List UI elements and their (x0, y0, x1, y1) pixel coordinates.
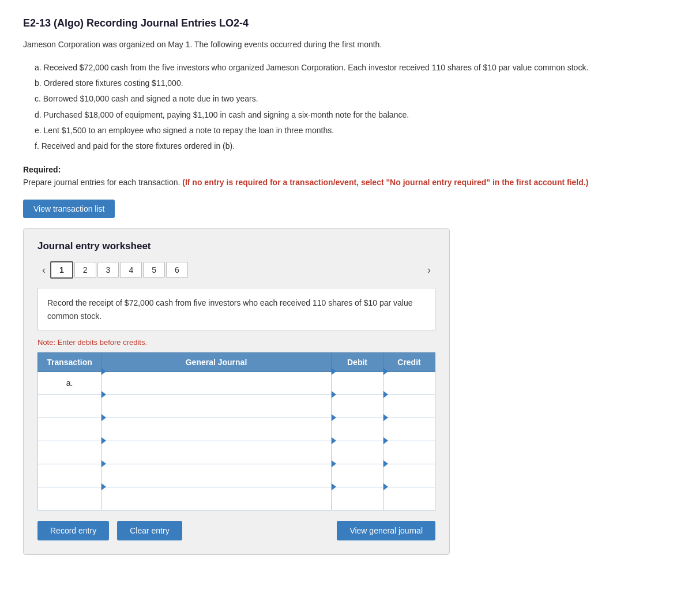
credit-indicator-4 (383, 437, 388, 444)
worksheet-container: Journal entry worksheet ‹ 1 2 3 4 5 6 › … (23, 228, 450, 555)
debit-indicator-6 (332, 483, 336, 490)
event-f: f. Received and paid for the store fixtu… (35, 139, 669, 153)
tab-2[interactable]: 2 (74, 262, 96, 278)
journal-input-1[interactable] (101, 377, 331, 399)
credit-input-2[interactable] (383, 400, 435, 422)
description-box: Record the receipt of $72,000 cash from … (37, 288, 435, 331)
intro-text: Jameson Corporation was organized on May… (23, 40, 669, 49)
event-c: c. Borrowed $10,000 cash and signed a no… (35, 92, 669, 106)
debit-indicator-3 (332, 414, 336, 421)
debit-input-1[interactable] (332, 377, 383, 399)
journal-input-3[interactable] (101, 423, 331, 445)
tab-navigation: ‹ 1 2 3 4 5 6 › (37, 261, 435, 279)
credit-indicator-3 (383, 414, 388, 421)
row-indicator-2 (101, 391, 106, 398)
debit-input-cell-1[interactable] (332, 371, 383, 395)
credit-input-1[interactable] (383, 377, 435, 399)
debit-input-6[interactable] (332, 492, 383, 514)
credit-input-cell-1[interactable] (383, 371, 435, 395)
transaction-label-6 (38, 487, 101, 510)
row-indicator-1 (101, 368, 106, 375)
debit-indicator-5 (332, 460, 336, 467)
tab-5[interactable]: 5 (143, 262, 165, 278)
credit-input-3[interactable] (383, 423, 435, 445)
view-transaction-button[interactable]: View transaction list (23, 200, 115, 218)
row-indicator-4 (101, 437, 106, 444)
credit-indicator-6 (383, 483, 388, 490)
required-instruction: Prepare journal entries for each transac… (23, 178, 669, 187)
col-header-transaction: Transaction (38, 352, 101, 371)
debit-indicator-4 (332, 437, 336, 444)
record-entry-button[interactable]: Record entry (37, 521, 109, 540)
event-b: b. Ordered store fixtures costing $11,00… (35, 76, 669, 91)
journal-input-cell-1[interactable] (101, 371, 332, 395)
table-row: a. (38, 371, 435, 395)
view-general-journal-button[interactable]: View general journal (337, 521, 435, 540)
required-section: Required: Prepare journal entries for ea… (23, 165, 669, 187)
tab-3[interactable]: 3 (97, 262, 119, 278)
transaction-label-3 (38, 418, 101, 441)
col-header-credit: Credit (383, 352, 435, 371)
event-d: d. Purchased $18,000 of equipment, payin… (35, 108, 669, 122)
debit-indicator-2 (332, 391, 336, 398)
credit-input-6[interactable] (383, 492, 435, 514)
journal-input-4[interactable] (101, 446, 331, 468)
credit-input-5[interactable] (383, 469, 435, 491)
journal-table: Transaction General Journal Debit Credit… (37, 352, 435, 510)
transaction-label-a: a. (38, 371, 101, 395)
tab-prev-arrow[interactable]: ‹ (37, 262, 50, 279)
journal-input-5[interactable] (101, 469, 331, 491)
tab-1[interactable]: 1 (50, 261, 73, 279)
transaction-label-5 (38, 464, 101, 487)
tab-6[interactable]: 6 (166, 262, 188, 278)
worksheet-title: Journal entry worksheet (37, 241, 435, 252)
required-instruction-bold: (If no entry is required for a transacti… (182, 178, 588, 187)
debit-input-3[interactable] (332, 423, 383, 445)
row-indicator-6 (101, 483, 106, 490)
debit-input-2[interactable] (332, 400, 383, 422)
event-a: a. Received $72,000 cash from the five i… (35, 61, 669, 75)
event-e: e. Lent $1,500 to an employee who signed… (35, 123, 669, 138)
page-title: E2-13 (Algo) Recording Journal Entries L… (23, 17, 669, 29)
description-text: Record the receipt of $72,000 cash from … (47, 298, 412, 320)
credit-indicator-2 (383, 391, 388, 398)
debit-indicator-1 (332, 368, 336, 375)
row-indicator-3 (101, 414, 106, 421)
button-row: Record entry Clear entry View general jo… (37, 521, 435, 540)
credit-input-4[interactable] (383, 446, 435, 468)
required-label: Required: (23, 165, 669, 174)
tab-next-arrow[interactable]: › (423, 262, 435, 279)
tab-4[interactable]: 4 (120, 262, 142, 278)
journal-input-6[interactable] (101, 492, 331, 514)
transaction-label-2 (38, 395, 101, 418)
credit-indicator-1 (383, 368, 388, 375)
col-header-journal: General Journal (101, 352, 332, 371)
note-text: Note: Enter debits before credits. (37, 338, 435, 347)
debit-input-5[interactable] (332, 469, 383, 491)
journal-input-2[interactable] (101, 400, 331, 422)
required-instruction-plain: Prepare journal entries for each transac… (23, 178, 180, 187)
col-header-debit: Debit (332, 352, 383, 371)
clear-entry-button[interactable]: Clear entry (117, 521, 182, 540)
events-list: a. Received $72,000 cash from the five i… (35, 61, 669, 153)
credit-indicator-5 (383, 460, 388, 467)
row-indicator-5 (101, 460, 106, 467)
transaction-label-4 (38, 441, 101, 464)
debit-input-4[interactable] (332, 446, 383, 468)
